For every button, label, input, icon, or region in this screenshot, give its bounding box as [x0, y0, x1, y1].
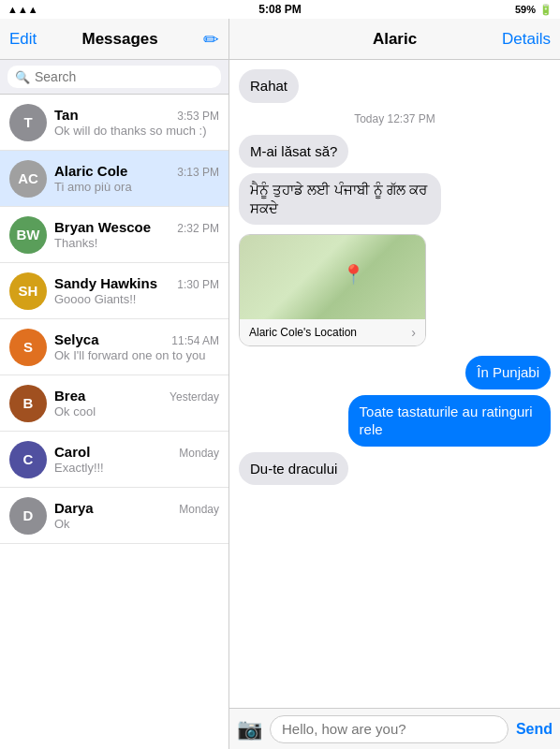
conv-top-carol: Carol Monday	[54, 444, 219, 460]
camera-button[interactable]: 📷	[237, 717, 262, 742]
conv-top-sandy: Sandy Hawkins 1:30 PM	[54, 275, 219, 291]
conv-preview-carol: Exactly!!!	[54, 461, 219, 475]
conv-name-tan: Tan	[54, 107, 79, 123]
conversation-item-darya[interactable]: D Darya Monday Ok	[0, 488, 228, 544]
conv-top-selyca: Selyca 11:54 AM	[54, 331, 219, 347]
search-input-wrap[interactable]: 🔍	[7, 66, 221, 88]
conv-name-brea: Brea	[54, 388, 85, 404]
avatar-selyca: S	[9, 329, 47, 366]
messages-panel: Edit Messages ✏ 🔍 T Tan 3:53 PM Ok will …	[0, 19, 229, 749]
conv-content-tan: Tan 3:53 PM Ok will do thanks so much :)	[54, 107, 219, 138]
conv-top-alaric: Alaric Cole 3:13 PM	[54, 163, 219, 179]
conv-content-brea: Brea Yesterday Ok cool	[54, 388, 219, 419]
conversation-item-carol[interactable]: C Carol Monday Exactly!!!	[0, 432, 228, 488]
message-bubble-m2: M-ai lăsat să?	[239, 135, 348, 169]
conv-preview-tan: Ok will do thanks so much :)	[54, 124, 219, 138]
search-bar: 🔍	[0, 60, 228, 95]
conversation-item-tan[interactable]: T Tan 3:53 PM Ok will do thanks so much …	[0, 95, 228, 151]
chat-details-button[interactable]: Details	[502, 30, 551, 49]
conv-name-alaric: Alaric Cole	[54, 163, 127, 179]
conversation-item-sandy[interactable]: SH Sandy Hawkins 1:30 PM Goooo Giants!!	[0, 263, 228, 319]
location-chevron-icon: ›	[411, 325, 416, 340]
conv-name-bryan: Bryan Wescoe	[54, 219, 151, 235]
conv-content-carol: Carol Monday Exactly!!!	[54, 444, 219, 475]
chat-messages: RahatToday 12:37 PMM-ai lăsat să?ਮੈਨੂੰ ਤ…	[229, 60, 560, 708]
conv-name-darya: Darya	[54, 500, 94, 516]
conv-time-selyca: 11:54 AM	[171, 334, 219, 347]
chat-panel: Alaric Details RahatToday 12:37 PMM-ai l…	[229, 19, 560, 749]
battery-icon: 🔋	[539, 4, 553, 16]
conversation-item-alaric[interactable]: AC Alaric Cole 3:13 PM Ti amo più ora	[0, 151, 228, 207]
message-bubble-m4: În Punjabi	[465, 356, 551, 389]
avatar-carol: C	[9, 441, 47, 478]
avatar-darya: D	[9, 497, 47, 535]
status-signal: ▲▲▲	[7, 4, 38, 15]
conv-time-sandy: 1:30 PM	[177, 278, 219, 291]
message-input[interactable]	[270, 715, 508, 743]
conversation-list: T Tan 3:53 PM Ok will do thanks so much …	[0, 95, 228, 749]
conv-preview-brea: Ok cool	[54, 404, 219, 419]
chat-title: Alaric	[373, 30, 417, 49]
wifi-icon: ▲▲▲	[7, 4, 38, 15]
chat-header: Alaric Details	[229, 19, 560, 60]
msg-timestamp-ts1: Today 12:37 PM	[239, 112, 551, 125]
status-time: 5:08 PM	[258, 3, 301, 16]
conv-preview-sandy: Goooo Giants!!	[54, 292, 219, 306]
map-pin-icon: 📍	[342, 263, 365, 286]
avatar-alaric: AC	[9, 160, 47, 198]
conv-top-bryan: Bryan Wescoe 2:32 PM	[54, 219, 219, 235]
conv-top-brea: Brea Yesterday	[54, 388, 219, 404]
conv-preview-alaric: Ti amo più ora	[54, 180, 219, 194]
conv-preview-darya: Ok	[54, 517, 219, 531]
message-bubble-m5: Toate tastaturile au ratinguri rele	[348, 395, 551, 447]
send-button[interactable]: Send	[516, 721, 553, 738]
location-map: 📍	[240, 235, 425, 319]
avatar-brea: B	[9, 385, 47, 422]
status-battery: 59% 🔋	[515, 4, 553, 16]
location-card[interactable]: 📍 Alaric Cole's Location ›	[239, 234, 426, 346]
location-text: Alaric Cole's Location	[249, 326, 357, 339]
compose-button[interactable]: ✏	[203, 28, 219, 51]
edit-button[interactable]: Edit	[9, 30, 37, 49]
messages-title: Messages	[82, 30, 158, 49]
message-bubble-m3: ਮੈਨੂੰ ਤੁਹਾਡੇ ਲਈ ਪੰਜਾਬੀ ਨੂੰ ਗੱਲ ਕਰ ਸਕਦੇ	[239, 173, 441, 225]
conv-name-sandy: Sandy Hawkins	[54, 275, 157, 291]
search-icon: 🔍	[15, 70, 30, 84]
avatar-sandy: SH	[9, 272, 47, 310]
conv-name-carol: Carol	[54, 444, 90, 460]
conv-time-tan: 3:53 PM	[177, 110, 219, 123]
status-bar: ▲▲▲ 5:08 PM 59% 🔋	[0, 0, 560, 19]
conv-content-darya: Darya Monday Ok	[54, 500, 219, 531]
conv-content-sandy: Sandy Hawkins 1:30 PM Goooo Giants!!	[54, 275, 219, 306]
conv-time-darya: Monday	[179, 503, 219, 516]
chat-input-bar: 📷 Send	[229, 708, 560, 749]
conv-time-carol: Monday	[179, 447, 219, 460]
conv-preview-bryan: Thanks!	[54, 236, 219, 250]
messages-header: Edit Messages ✏	[0, 19, 228, 60]
message-bubble-m6: Du-te dracului	[239, 452, 348, 486]
conversation-item-bryan[interactable]: BW Bryan Wescoe 2:32 PM Thanks!	[0, 207, 228, 263]
conv-time-brea: Yesterday	[169, 390, 219, 404]
conv-content-selyca: Selyca 11:54 AM Ok I'll forward one on t…	[54, 331, 219, 362]
conv-time-alaric: 3:13 PM	[177, 166, 219, 179]
conv-content-bryan: Bryan Wescoe 2:32 PM Thanks!	[54, 219, 219, 250]
conv-content-alaric: Alaric Cole 3:13 PM Ti amo più ora	[54, 163, 219, 194]
conv-preview-selyca: Ok I'll forward one on to you	[54, 348, 219, 362]
conversation-item-selyca[interactable]: S Selyca 11:54 AM Ok I'll forward one on…	[0, 319, 228, 375]
avatar-tan: T	[9, 104, 47, 141]
conv-time-bryan: 2:32 PM	[177, 222, 219, 235]
search-input[interactable]	[35, 69, 214, 84]
avatar-bryan: BW	[9, 216, 47, 254]
conv-name-selyca: Selyca	[54, 331, 99, 347]
conv-top-darya: Darya Monday	[54, 500, 219, 516]
main-container: Edit Messages ✏ 🔍 T Tan 3:53 PM Ok will …	[0, 19, 560, 749]
location-label: Alaric Cole's Location ›	[240, 319, 425, 345]
conv-top-tan: Tan 3:53 PM	[54, 107, 219, 123]
conversation-item-brea[interactable]: B Brea Yesterday Ok cool	[0, 375, 228, 432]
message-bubble-m1: Rahat	[239, 69, 299, 103]
